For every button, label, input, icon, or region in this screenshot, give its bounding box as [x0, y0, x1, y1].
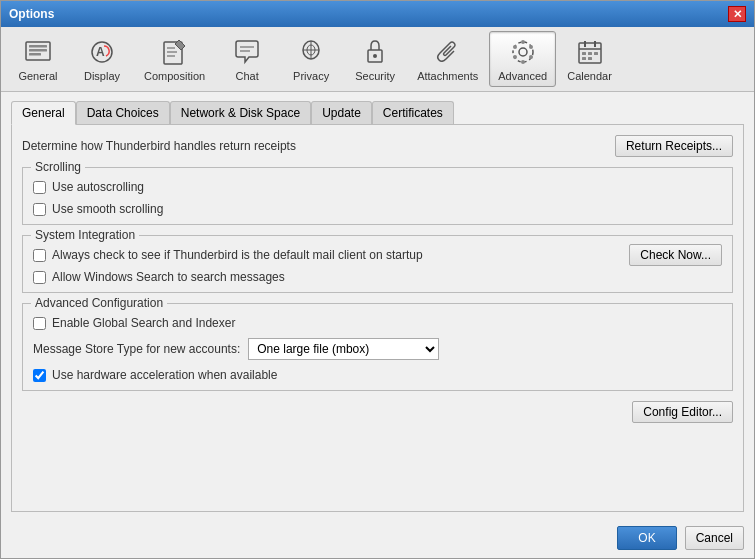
- svg-point-24: [513, 55, 517, 59]
- hardware-accel-checkbox[interactable]: [33, 369, 46, 382]
- display-icon: A: [86, 36, 118, 68]
- global-search-label[interactable]: Enable Global Search and Indexer: [52, 316, 235, 330]
- privacy-label: Privacy: [293, 70, 329, 82]
- description-text: Determine how Thunderbird handles return…: [22, 139, 296, 153]
- options-window: Options ✕ General A: [0, 0, 755, 559]
- scrolling-group: Scrolling Use autoscrolling Use smooth s…: [22, 167, 733, 225]
- always-check-label[interactable]: Always check to see if Thunderbird is th…: [52, 248, 423, 262]
- toolbar-item-advanced[interactable]: Advanced: [489, 31, 556, 87]
- svg-rect-34: [588, 57, 592, 60]
- allow-search-label[interactable]: Allow Windows Search to search messages: [52, 270, 285, 284]
- bottom-bar: OK Cancel: [1, 520, 754, 558]
- global-search-row: Enable Global Search and Indexer: [33, 312, 722, 330]
- general-label: General: [18, 70, 57, 82]
- window-title: Options: [9, 7, 54, 21]
- tab-data-choices[interactable]: Data Choices: [76, 101, 170, 125]
- chat-icon: [231, 36, 263, 68]
- attachments-label: Attachments: [417, 70, 478, 82]
- tab-update[interactable]: Update: [311, 101, 372, 125]
- composition-label: Composition: [144, 70, 205, 82]
- tab-certificates[interactable]: Certificates: [372, 101, 454, 125]
- svg-point-22: [529, 55, 533, 59]
- svg-rect-1: [29, 45, 47, 48]
- advanced-icon: [507, 36, 539, 68]
- check-default-row: Always check to see if Thunderbird is th…: [33, 244, 722, 284]
- config-editor-row: Config Editor...: [22, 401, 733, 423]
- check-default-group: Always check to see if Thunderbird is th…: [33, 244, 619, 284]
- svg-point-23: [521, 60, 525, 64]
- config-editor-button[interactable]: Config Editor...: [632, 401, 733, 423]
- message-store-select[interactable]: One large file (mbox)One file per messag…: [248, 338, 439, 360]
- smooth-scroll-label[interactable]: Use smooth scrolling: [52, 202, 163, 216]
- smooth-scroll-row: Use smooth scrolling: [33, 198, 722, 216]
- svg-rect-30: [582, 52, 586, 55]
- svg-text:A: A: [96, 45, 105, 59]
- toolbar-item-chat[interactable]: Chat: [216, 31, 278, 87]
- toolbar-item-general[interactable]: General: [7, 31, 69, 87]
- hardware-accel-label[interactable]: Use hardware acceleration when available: [52, 368, 277, 382]
- ok-button[interactable]: OK: [617, 526, 676, 550]
- svg-point-19: [513, 42, 533, 62]
- toolbar-item-composition[interactable]: Composition: [135, 31, 214, 87]
- tabs-container: General Data Choices Network & Disk Spac…: [11, 100, 744, 124]
- toolbar-item-privacy[interactable]: Privacy: [280, 31, 342, 87]
- calendar-icon: [574, 36, 606, 68]
- scrolling-legend: Scrolling: [31, 160, 85, 174]
- message-store-label: Message Store Type for new accounts:: [33, 342, 240, 356]
- hardware-accel-row: Use hardware acceleration when available: [33, 364, 722, 382]
- return-receipts-button[interactable]: Return Receipts...: [615, 135, 733, 157]
- toolbar-item-display[interactable]: A Display: [71, 31, 133, 87]
- svg-point-25: [513, 45, 517, 49]
- tab-content-general: Determine how Thunderbird handles return…: [11, 124, 744, 512]
- composition-icon: [159, 36, 191, 68]
- svg-point-20: [521, 40, 525, 44]
- chat-label: Chat: [236, 70, 259, 82]
- autoscroll-checkbox[interactable]: [33, 181, 46, 194]
- svg-rect-31: [588, 52, 592, 55]
- attachments-icon: [432, 36, 464, 68]
- allow-search-row: Allow Windows Search to search messages: [33, 266, 619, 284]
- smooth-scroll-checkbox[interactable]: [33, 203, 46, 216]
- system-integration-legend: System Integration: [31, 228, 139, 242]
- check-now-button[interactable]: Check Now...: [629, 244, 722, 266]
- advanced-label: Advanced: [498, 70, 547, 82]
- global-search-checkbox[interactable]: [33, 317, 46, 330]
- content-area: General Data Choices Network & Disk Spac…: [1, 92, 754, 520]
- advanced-config-group: Advanced Configuration Enable Global Sea…: [22, 303, 733, 391]
- cancel-button[interactable]: Cancel: [685, 526, 744, 550]
- svg-point-21: [529, 45, 533, 49]
- security-label: Security: [355, 70, 395, 82]
- display-label: Display: [84, 70, 120, 82]
- bottom-buttons: OK Cancel: [617, 526, 744, 550]
- svg-point-18: [519, 48, 527, 56]
- privacy-icon: [295, 36, 327, 68]
- svg-rect-33: [582, 57, 586, 60]
- svg-rect-2: [29, 49, 47, 52]
- description-row: Determine how Thunderbird handles return…: [22, 135, 733, 157]
- toolbar: General A Display: [1, 27, 754, 92]
- advanced-config-legend: Advanced Configuration: [31, 296, 167, 310]
- svg-rect-32: [594, 52, 598, 55]
- autoscroll-label[interactable]: Use autoscrolling: [52, 180, 144, 194]
- title-bar: Options ✕: [1, 1, 754, 27]
- toolbar-item-calendar[interactable]: Calendar: [558, 31, 621, 87]
- svg-point-17: [373, 54, 377, 58]
- tab-general[interactable]: General: [11, 101, 76, 125]
- calendar-label: Calendar: [567, 70, 612, 82]
- always-check-checkbox[interactable]: [33, 249, 46, 262]
- general-icon: [22, 36, 54, 68]
- toolbar-item-attachments[interactable]: Attachments: [408, 31, 487, 87]
- tab-network-disk[interactable]: Network & Disk Space: [170, 101, 311, 125]
- close-button[interactable]: ✕: [728, 6, 746, 22]
- allow-search-checkbox[interactable]: [33, 271, 46, 284]
- toolbar-item-security[interactable]: Security: [344, 31, 406, 87]
- autoscroll-row: Use autoscrolling: [33, 176, 722, 194]
- message-store-row: Message Store Type for new accounts: One…: [33, 334, 722, 360]
- always-check-row: Always check to see if Thunderbird is th…: [33, 244, 619, 262]
- security-icon: [359, 36, 391, 68]
- svg-rect-3: [29, 53, 41, 56]
- system-integration-group: System Integration Always check to see i…: [22, 235, 733, 293]
